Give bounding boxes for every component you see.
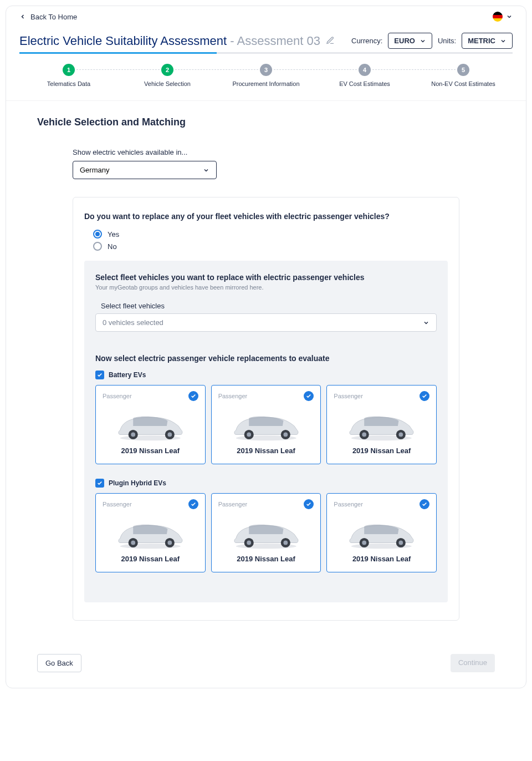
vehicle-card-check[interactable]	[188, 499, 198, 509]
svg-point-19	[167, 541, 172, 545]
vehicle-card-name: 2019 Nissan Leaf	[103, 555, 198, 563]
select-fleet-heading: Select fleet vehicles you want to replac…	[95, 273, 437, 282]
svg-point-17	[131, 541, 135, 545]
fleet-vehicle-value: 0 vehicles selected	[103, 318, 163, 327]
svg-point-9	[283, 433, 288, 437]
chevron-down-icon	[500, 38, 507, 44]
vehicle-card-name: 2019 Nissan Leaf	[334, 447, 429, 455]
check-icon	[306, 501, 311, 507]
radio-no[interactable]: No	[93, 242, 448, 251]
vehicle-card-name: 2019 Nissan Leaf	[334, 555, 429, 563]
header-progress-bar	[19, 52, 513, 54]
step-number-badge: 5	[457, 64, 469, 76]
step-number-badge: 3	[260, 64, 272, 76]
step-label: Telematics Data	[47, 80, 90, 87]
vehicle-card[interactable]: Passenger 2019 Nissan Leaf	[211, 493, 321, 572]
vehicle-card[interactable]: Passenger 2019 Nissan Leaf	[326, 385, 437, 464]
svg-point-2	[131, 433, 135, 437]
back-to-home-link[interactable]: Back To Home	[19, 13, 77, 21]
car-illustration	[218, 404, 314, 443]
step-label: Vehicle Selection	[144, 80, 191, 87]
vehicle-card-tag: Passenger	[103, 501, 132, 508]
check-icon	[97, 480, 103, 486]
check-icon	[422, 393, 427, 399]
vehicle-card-name: 2019 Nissan Leaf	[218, 447, 314, 455]
vehicle-card-check[interactable]	[420, 499, 429, 509]
vehicle-card[interactable]: Passenger 2019 Nissan Leaf	[95, 385, 206, 464]
chevron-down-icon	[420, 38, 426, 44]
stepper-step[interactable]: 1Telematics Data	[19, 64, 118, 87]
progress-stepper: 1Telematics Data2Vehicle Selection3Procu…	[6, 54, 526, 101]
radio-yes-indicator	[93, 230, 102, 239]
car-illustration	[103, 404, 198, 443]
category-checkbox[interactable]	[95, 371, 104, 379]
car-illustration	[334, 404, 429, 443]
section-title: Vehicle Selection and Matching	[37, 116, 526, 128]
vehicle-card[interactable]: Passenger 2019 Nissan Leaf	[211, 385, 321, 464]
replace-question: Do you want to replace any of your fleet…	[84, 212, 448, 221]
page-title: Electric Vehicle Suitability Assessment	[19, 34, 227, 48]
category-label: Plugin Hybrid EVs	[109, 479, 166, 487]
category-checkbox[interactable]	[95, 479, 104, 488]
fleet-vehicle-select[interactable]: 0 vehicles selected	[95, 313, 437, 332]
vehicle-card-check[interactable]	[304, 499, 314, 509]
radio-no-indicator	[93, 242, 102, 251]
step-label: EV Cost Estimates	[339, 80, 390, 87]
step-number-badge: 2	[161, 64, 173, 76]
pencil-icon	[326, 36, 335, 45]
vehicle-card-check[interactable]	[304, 391, 314, 401]
check-icon	[306, 393, 311, 399]
availability-region-select[interactable]: Germany	[73, 161, 217, 179]
units-label: Units:	[438, 37, 456, 45]
availability-label: Show electric vehicles available in...	[73, 148, 217, 156]
go-back-button[interactable]: Go Back	[37, 654, 81, 672]
units-value: METRIC	[468, 37, 495, 45]
chevron-down-icon	[506, 13, 513, 20]
vehicle-card-check[interactable]	[188, 391, 198, 401]
svg-point-24	[283, 541, 288, 545]
back-label: Back To Home	[30, 13, 77, 21]
select-fleet-note: Your myGeotab groups and vehicles have b…	[95, 284, 437, 291]
check-icon	[191, 501, 196, 507]
select-fleet-label: Select fleet vehicles	[101, 302, 437, 310]
car-illustration	[103, 513, 198, 551]
vehicle-card-tag: Passenger	[218, 393, 248, 399]
edit-title-button[interactable]	[326, 34, 335, 48]
radio-yes[interactable]: Yes	[93, 230, 448, 239]
car-illustration	[334, 513, 429, 551]
availability-value: Germany	[80, 166, 109, 174]
car-illustration	[218, 513, 314, 551]
currency-select[interactable]: EURO	[388, 33, 432, 49]
vehicle-card-tag: Passenger	[218, 501, 248, 508]
evaluate-heading: Now select electric passenger vehicle re…	[95, 354, 437, 363]
germany-flag-icon	[493, 12, 503, 22]
svg-point-4	[167, 433, 172, 437]
vehicle-card-tag: Passenger	[334, 393, 363, 399]
check-icon	[422, 501, 427, 507]
page-subtitle: - Assessment 03	[230, 34, 320, 48]
radio-no-label: No	[108, 242, 117, 251]
stepper-step[interactable]: 3Procurement Information	[217, 64, 315, 87]
svg-point-27	[362, 541, 367, 545]
svg-point-12	[362, 433, 367, 437]
vehicle-card-tag: Passenger	[334, 501, 363, 508]
vehicle-card[interactable]: Passenger 2019 Nissan Leaf	[326, 493, 437, 572]
locale-selector[interactable]	[493, 12, 513, 22]
vehicle-card-name: 2019 Nissan Leaf	[218, 555, 314, 563]
vehicle-card-check[interactable]	[420, 391, 429, 401]
stepper-step[interactable]: 2Vehicle Selection	[118, 64, 217, 87]
units-select[interactable]: METRIC	[462, 33, 513, 49]
chevron-down-icon	[203, 167, 209, 174]
category-label: Battery EVs	[109, 371, 146, 379]
stepper-step[interactable]: 4EV Cost Estimates	[315, 64, 414, 87]
continue-button[interactable]: Continue	[451, 654, 495, 672]
vehicle-card[interactable]: Passenger 2019 Nissan Leaf	[95, 493, 206, 572]
check-icon	[97, 372, 103, 378]
chevron-left-icon	[19, 13, 26, 20]
step-label: Procurement Information	[232, 80, 299, 87]
step-label: Non-EV Cost Estimates	[431, 80, 495, 87]
chevron-down-icon	[423, 319, 429, 326]
check-icon	[191, 393, 196, 399]
svg-point-14	[399, 433, 403, 437]
stepper-step[interactable]: 5Non-EV Cost Estimates	[414, 64, 513, 87]
